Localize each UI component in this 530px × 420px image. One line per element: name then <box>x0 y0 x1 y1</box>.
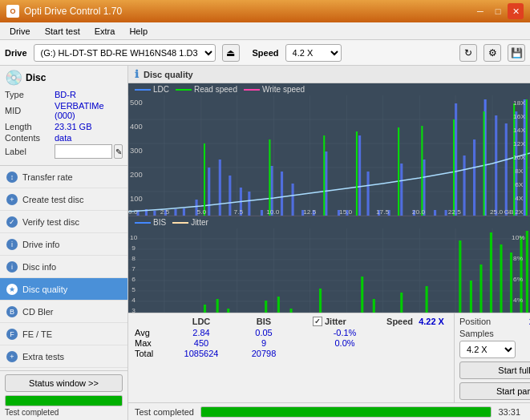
nav-disc-quality-label: Disc quality <box>22 285 67 294</box>
svg-rect-52 <box>495 115 497 216</box>
svg-rect-123 <box>289 309 292 313</box>
menu-start-test[interactable]: Start test <box>38 25 87 38</box>
svg-rect-53 <box>505 123 508 216</box>
svg-rect-140 <box>500 244 502 313</box>
drive-info-icon: i <box>6 239 18 250</box>
chart2-legend: BIS Jitter <box>128 216 530 228</box>
svg-rect-49 <box>463 155 466 216</box>
svg-text:8: 8 <box>131 255 136 262</box>
speed-combo-select[interactable]: 4.2 X <box>459 341 516 358</box>
ldc-legend-color <box>135 89 151 91</box>
svg-rect-59 <box>356 131 358 216</box>
svg-rect-40 <box>366 172 369 216</box>
svg-rect-0 <box>128 95 530 216</box>
samples-row: Samples 380822 <box>459 329 530 338</box>
fe-te-icon: F <box>6 329 18 340</box>
svg-rect-131 <box>400 293 403 313</box>
nav-transfer-rate[interactable]: ↕ Transfer rate <box>0 166 127 188</box>
svg-text:7: 7 <box>131 265 136 273</box>
svg-text:8X: 8X <box>515 168 524 175</box>
menu-help[interactable]: Help <box>123 25 154 38</box>
jitter-checkbox[interactable]: ✓ <box>313 317 322 326</box>
label-edit-button[interactable]: ✎ <box>114 144 123 159</box>
svg-text:2.5: 2.5 <box>160 208 170 216</box>
svg-text:20.0: 20.0 <box>412 208 426 216</box>
samples-label: Samples <box>459 329 494 338</box>
nav-cd-bler-label: CD Bler <box>22 307 54 317</box>
mid-value: VERBATIMe (000) <box>55 101 123 120</box>
start-part-button[interactable]: Start part <box>459 382 530 400</box>
svg-rect-128 <box>361 277 363 313</box>
total-bis: 20798 <box>236 349 292 358</box>
ldc-legend-label: LDC <box>153 85 169 94</box>
svg-text:10.0: 10.0 <box>266 208 280 216</box>
status-window-button[interactable]: Status window >> <box>5 374 123 392</box>
minimize-button[interactable]: ─ <box>472 3 488 19</box>
nav-disc-info[interactable]: i Disc info <box>0 256 127 278</box>
nav-drive-info[interactable]: i Drive info <box>0 233 127 256</box>
label-input[interactable] <box>55 144 112 159</box>
svg-rect-48 <box>455 103 457 216</box>
progress-bar-fill <box>6 396 122 406</box>
svg-rect-57 <box>269 139 270 216</box>
svg-rect-60 <box>398 127 399 216</box>
right-stats: Position 23862 MB Samples 380822 4.2 X S… <box>454 313 530 402</box>
maximize-button[interactable]: □ <box>490 3 506 19</box>
write-legend-item: Write speed <box>244 85 305 94</box>
svg-rect-143 <box>526 231 528 313</box>
app-icon: O <box>6 5 19 18</box>
nav-extra-tests[interactable]: + Extra tests <box>0 345 127 368</box>
nav-transfer-rate-label: Transfer rate <box>22 172 73 182</box>
menu-bar: Drive Start test Extra Help <box>0 22 530 40</box>
nav-fe-te[interactable]: F FE / TE <box>0 323 127 345</box>
speed-select[interactable]: 4.2 X <box>285 44 342 62</box>
svg-text:GB: GB <box>504 208 515 216</box>
stats-jitter-check[interactable]: ✓ Jitter <box>313 317 377 326</box>
svg-text:18X: 18X <box>513 99 525 107</box>
max-jitter: 0.0% <box>313 338 377 348</box>
read-legend-item: Read speed <box>176 85 237 94</box>
stats-col-empty <box>135 317 167 326</box>
nav-cd-bler[interactable]: B CD Bler <box>0 301 127 323</box>
action-buttons: 4.2 X Start full Start part <box>459 341 530 400</box>
stats-col-bis: BIS <box>236 317 292 326</box>
svg-rect-26 <box>219 160 221 216</box>
disc-quality-icon: ★ <box>6 284 18 295</box>
svg-rect-136 <box>459 240 461 313</box>
svg-rect-27 <box>229 176 231 216</box>
nav-disc-quality[interactable]: ★ Disc quality <box>0 278 127 301</box>
svg-text:3: 3 <box>131 307 136 313</box>
create-test-disc-icon: + <box>6 194 18 205</box>
drive-select[interactable]: (G:) HL-DT-ST BD-RE WH16NS48 1.D3 <box>34 44 216 62</box>
svg-rect-63 <box>483 111 485 216</box>
close-button[interactable]: ✕ <box>508 3 524 19</box>
svg-text:17.5: 17.5 <box>376 208 390 216</box>
nav-verify-test-disc[interactable]: ✓ Verify test disc <box>0 211 127 233</box>
refresh-button[interactable]: ↻ <box>459 44 477 62</box>
title-bar: O Opti Drive Control 1.70 ─ □ ✕ <box>0 0 530 22</box>
extra-tests-icon: + <box>6 351 18 362</box>
charts-area: LDC Read speed Write speed <box>128 83 530 313</box>
settings-button[interactable]: ⚙ <box>483 44 501 62</box>
nav-create-test-disc[interactable]: + Create test disc <box>0 188 127 211</box>
bottom-status: Test completed 33:31 <box>128 402 530 420</box>
svg-text:500: 500 <box>130 99 143 107</box>
svg-rect-139 <box>490 232 492 313</box>
start-full-button[interactable]: Start full <box>459 361 530 379</box>
svg-rect-39 <box>358 135 361 216</box>
length-value: 23.31 GB <box>55 122 123 131</box>
eject-button[interactable]: ⏏ <box>222 44 240 62</box>
max-ldc: 450 <box>173 338 229 348</box>
write-legend-label: Write speed <box>262 85 305 94</box>
status-area: Status window >> Test completed <box>0 370 127 420</box>
menu-extra[interactable]: Extra <box>88 25 122 38</box>
svg-rect-141 <box>510 252 512 313</box>
svg-text:6X: 6X <box>515 181 524 188</box>
svg-text:0.0: 0.0 <box>128 208 138 216</box>
stats-col-speed-header: Speed 4.22 X <box>383 317 447 326</box>
bottom-progress-fill <box>201 407 491 417</box>
avg-row: Avg 2.84 0.05 -0.1% <box>135 328 447 337</box>
chart1-svg: 500 400 300 200 100 18X 16X 14X 12X 10X … <box>128 95 530 216</box>
menu-drive[interactable]: Drive <box>3 25 37 38</box>
save-button[interactable]: 💾 <box>508 44 525 62</box>
